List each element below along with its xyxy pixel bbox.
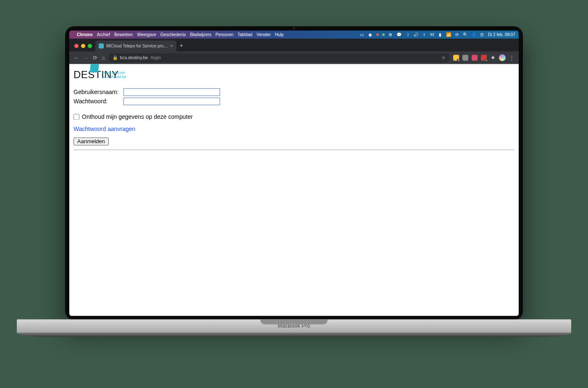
username-input[interactable]	[123, 88, 220, 96]
extension-icon-c[interactable]	[472, 55, 478, 60]
status-dot-red	[376, 33, 379, 36]
address-bar[interactable]: 🔒 bcs.destiny.be/login ☆	[108, 53, 450, 62]
login-button[interactable]: Aanmelden	[74, 137, 109, 145]
menubar-item-bladwijzers[interactable]: Bladwijzers	[190, 32, 211, 37]
menubar-item-geschiedenis[interactable]: Geschiedenis	[160, 32, 186, 37]
chrome-menu-icon[interactable]: ⋮	[509, 55, 514, 61]
volume-icon[interactable]: 🔊	[413, 32, 418, 37]
extensions-puzzle-icon[interactable]: ✦	[490, 54, 496, 62]
extension-badge-d: n	[485, 59, 488, 62]
battery-percent: 92	[430, 32, 434, 37]
menubar-clock[interactable]: Di 2 feb. 09:07	[488, 32, 515, 37]
menubar-status-area: ▭ ◉ ⚙ 💬 ☽ 🔊 ᚼ 92 ▮ 📶 ⟳ 🔍 👤 ☰ Di 2	[360, 32, 515, 37]
siri-icon[interactable]: ◉	[368, 32, 373, 37]
nav-home-button[interactable]: ⌂	[102, 55, 105, 61]
battery-icon[interactable]: ▮	[438, 32, 443, 37]
status-dot-green	[382, 33, 385, 36]
menubar-item-hulp[interactable]: Hulp	[275, 32, 284, 37]
extension-badge-a: 4	[457, 59, 460, 62]
logo-tagline-2: as it should be	[102, 75, 126, 79]
destiny-logo: DESTINY cloud telecom as it should be	[74, 69, 514, 81]
menubar-item-archief[interactable]: Archief	[97, 32, 110, 37]
window-minimize-button[interactable]	[81, 44, 85, 48]
control-center-icon[interactable]: ☰	[480, 32, 485, 37]
remember-checkbox[interactable]	[74, 114, 79, 120]
logo-mark-icon	[89, 64, 99, 72]
gear-icon[interactable]: ⚙	[388, 32, 393, 37]
extension-icon-d[interactable]: n	[481, 55, 487, 60]
menubar-item-venster[interactable]: Venster	[257, 32, 271, 37]
wifi-icon[interactable]: 📶	[446, 32, 451, 37]
window-close-button[interactable]	[74, 44, 79, 48]
star-bookmark-icon[interactable]: ☆	[441, 55, 446, 60]
menubar-item-personen[interactable]: Personen	[215, 32, 234, 37]
menubar-item-bewerken[interactable]: Bewerken	[114, 32, 133, 37]
divider	[74, 149, 514, 150]
tab-favicon	[99, 43, 104, 48]
nav-reload-button[interactable]: ⟳	[93, 55, 97, 61]
extension-icon-b[interactable]	[462, 55, 468, 60]
password-label: Wachtwoord:	[74, 98, 122, 105]
lock-icon[interactable]: 🔒	[113, 55, 118, 60]
new-tab-button[interactable]: +	[178, 42, 186, 51]
bluetooth-icon[interactable]: ᚼ	[422, 32, 427, 37]
window-fullscreen-button[interactable]	[88, 44, 92, 48]
laptop-deck: MacBook Pro	[17, 319, 571, 337]
tab-close-icon[interactable]: ×	[171, 43, 173, 48]
menubar-item-weergave[interactable]: Weergave	[137, 32, 156, 37]
screen-mirroring-icon[interactable]: ▭	[360, 32, 365, 37]
browser-tab[interactable]: MiCloud Telepo for Service pro… ×	[95, 40, 176, 51]
window-traffic-lights	[73, 44, 94, 51]
chrome-toolbar: ← → ⟳ ⌂ 🔒 bcs.destiny.be/login ☆ 4	[69, 51, 519, 64]
tab-title: MiCloud Telepo for Service pro…	[106, 44, 168, 48]
page-viewport: DESTINY cloud telecom as it should be Ge…	[69, 64, 519, 316]
menubar-app-name[interactable]: Chrome	[77, 32, 93, 37]
nav-forward-button[interactable]: →	[83, 55, 89, 61]
search-icon[interactable]: 🔍	[463, 32, 468, 37]
url-host: bcs.destiny.be	[120, 55, 148, 60]
notifications-icon[interactable]: 💬	[396, 32, 402, 37]
profile-avatar[interactable]	[499, 54, 506, 61]
macos-menubar: Chrome Archief Bewerken Weergave Geschie…	[69, 30, 519, 39]
user-switch-icon[interactable]: 👤	[471, 32, 476, 37]
sync-icon[interactable]: ⟳	[454, 32, 459, 37]
nav-back-button[interactable]: ←	[74, 55, 79, 61]
remember-label: Onthoud mijn gegevens op deze computer	[82, 113, 193, 120]
url-path: /login	[150, 55, 161, 60]
request-password-link[interactable]: Wachtwoord aanvragen	[74, 126, 135, 132]
chrome-tabstrip: MiCloud Telepo for Service pro… × +	[69, 39, 519, 51]
extension-icon-a[interactable]: 4	[453, 55, 459, 60]
password-input[interactable]	[123, 97, 220, 105]
camera-notch	[293, 27, 295, 29]
menubar-item-tabblad[interactable]: Tabblad	[238, 32, 252, 37]
username-label: Gebruikersnaam:	[74, 89, 122, 95]
do-not-disturb-icon[interactable]: ☽	[405, 32, 410, 37]
